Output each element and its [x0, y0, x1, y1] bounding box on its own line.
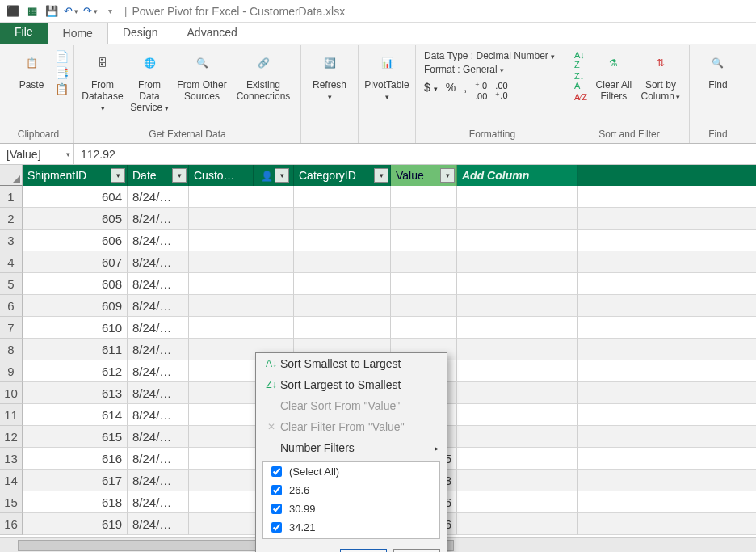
table-row[interactable]: 66098/24/…	[0, 295, 756, 317]
cell-date[interactable]: 8/24/…	[128, 382, 189, 404]
cell-addcolumn[interactable]	[457, 404, 578, 426]
cell-value[interactable]	[391, 295, 457, 317]
cell-value[interactable]	[391, 230, 457, 251]
name-box[interactable]: [Value] ▾	[0, 144, 74, 164]
cell-date[interactable]: 8/24/…	[128, 208, 189, 230]
cell-custo[interactable]	[189, 230, 294, 251]
cell-date[interactable]: 8/24/…	[128, 448, 189, 470]
row-number[interactable]: 14	[0, 470, 23, 491]
table-row[interactable]: 46078/24/…	[0, 251, 756, 273]
find-button[interactable]: Find	[695, 47, 741, 112]
cell-shipmentid[interactable]: 614	[23, 404, 128, 426]
cell-shipmentid[interactable]: 612	[23, 360, 128, 382]
sort-smallest-to-largest[interactable]: A↓ Sort Smallest to Largest	[256, 353, 447, 374]
row-number[interactable]: 9	[0, 360, 23, 382]
cell-value[interactable]	[391, 317, 457, 339]
cell-custo[interactable]	[189, 317, 294, 339]
checkbox-item-0[interactable]	[271, 485, 282, 495]
tab-file[interactable]: File	[0, 23, 48, 44]
clear-all-filters-button[interactable]: Clear AllFilters	[590, 47, 637, 112]
row-number[interactable]: 1	[0, 186, 23, 208]
percent-button[interactable]: %	[446, 81, 456, 101]
cell-categoryid[interactable]	[294, 230, 391, 251]
cell-shipmentid[interactable]: 607	[23, 251, 128, 273]
cell-shipmentid[interactable]: 608	[23, 273, 128, 295]
row-number[interactable]: 12	[0, 426, 23, 448]
cell-value[interactable]	[391, 251, 457, 273]
tab-advanced[interactable]: Advanced	[173, 23, 252, 44]
filter-button-date[interactable]: ▾	[172, 168, 187, 183]
datatype-row[interactable]: Data Type : Decimal Number ▾	[424, 50, 555, 61]
cell-value[interactable]	[391, 186, 457, 208]
cell-categoryid[interactable]	[294, 295, 391, 317]
cell-date[interactable]: 8/24/…	[128, 186, 189, 208]
cell-value[interactable]	[391, 273, 457, 295]
existing-connections-button[interactable]: ExistingConnections	[231, 47, 296, 112]
cell-custo[interactable]	[189, 251, 294, 273]
cell-shipmentid[interactable]: 610	[23, 317, 128, 339]
filter-button-cat[interactable]: ▾	[374, 168, 388, 183]
cell-date[interactable]: 8/24/…	[128, 491, 189, 513]
cell-shipmentid[interactable]: 604	[23, 186, 128, 208]
filter-button-custo[interactable]: ▾	[275, 168, 289, 183]
cell-shipmentid[interactable]: 611	[23, 339, 128, 360]
clipboard-mini-icon-1[interactable]: 📄	[55, 50, 69, 63]
table-row[interactable]: 16048/24/…	[0, 186, 756, 208]
cell-custo[interactable]	[189, 295, 294, 317]
cell-addcolumn[interactable]	[457, 208, 578, 230]
name-box-dropdown-icon[interactable]: ▾	[66, 150, 70, 158]
cell-addcolumn[interactable]	[457, 273, 578, 295]
column-header-add[interactable]: Add Column	[457, 165, 578, 186]
refresh-button[interactable]: Refresh▾	[306, 47, 353, 112]
cell-categoryid[interactable]	[294, 317, 391, 339]
cell-shipmentid[interactable]: 606	[23, 230, 128, 251]
cell-addcolumn[interactable]	[457, 186, 578, 208]
cell-shipmentid[interactable]: 613	[23, 382, 128, 404]
cell-addcolumn[interactable]	[457, 339, 578, 360]
table-row[interactable]: 26058/24/…	[0, 208, 756, 230]
format-row[interactable]: Format : General ▾	[424, 64, 555, 75]
column-header-value[interactable]: Value ▾	[391, 165, 457, 186]
undo-icon[interactable]	[62, 2, 80, 20]
column-header-custo[interactable]: Custo…	[189, 165, 254, 186]
currency-button[interactable]: $ ▾	[424, 81, 438, 101]
select-all-corner[interactable]	[0, 165, 23, 186]
row-number[interactable]: 2	[0, 208, 23, 230]
cell-date[interactable]: 8/24/…	[128, 426, 189, 448]
column-header-categoryid[interactable]: CategoryID ▾	[294, 165, 391, 186]
qat-customize-icon[interactable]: ▾	[101, 2, 119, 20]
pivottable-button[interactable]: PivotTable▾	[363, 47, 410, 112]
cell-date[interactable]: 8/24/…	[128, 273, 189, 295]
filter-button-ship[interactable]: ▾	[111, 168, 125, 183]
table-row[interactable]: 36068/24/…	[0, 230, 756, 251]
row-number[interactable]: 10	[0, 382, 23, 404]
cell-date[interactable]: 8/24/…	[128, 404, 189, 426]
paste-button[interactable]: Paste	[8, 47, 55, 112]
formula-value[interactable]: 112.92	[74, 148, 116, 161]
cell-shipmentid[interactable]: 618	[23, 491, 128, 513]
cell-shipmentid[interactable]: 617	[23, 470, 128, 491]
cell-addcolumn[interactable]	[457, 360, 578, 382]
sort-by-column-button[interactable]: Sort byColumn ▾	[637, 47, 684, 112]
cell-addcolumn[interactable]	[457, 513, 578, 535]
cell-custo[interactable]	[189, 273, 294, 295]
cell-date[interactable]: 8/24/…	[128, 295, 189, 317]
cell-addcolumn[interactable]	[457, 426, 578, 448]
cell-addcolumn[interactable]	[457, 251, 578, 273]
row-number[interactable]: 7	[0, 317, 23, 339]
cell-categoryid[interactable]	[294, 186, 391, 208]
row-number[interactable]: 8	[0, 339, 23, 360]
cell-categoryid[interactable]	[294, 208, 391, 230]
cancel-button[interactable]: Cancel	[393, 549, 440, 552]
row-number[interactable]: 4	[0, 251, 23, 273]
cell-date[interactable]: 8/24/…	[128, 317, 189, 339]
ok-button[interactable]: OK	[340, 549, 387, 552]
check-item[interactable]: 34.21	[263, 518, 439, 537]
cell-date[interactable]: 8/24/…	[128, 513, 189, 535]
cell-addcolumn[interactable]	[457, 230, 578, 251]
row-number[interactable]: 13	[0, 448, 23, 470]
check-item[interactable]: 30.99	[263, 499, 439, 518]
check-select-all[interactable]: (Select All)	[263, 462, 439, 481]
row-number[interactable]: 5	[0, 273, 23, 295]
sort-desc-icon[interactable]: Z↓A	[574, 71, 587, 91]
